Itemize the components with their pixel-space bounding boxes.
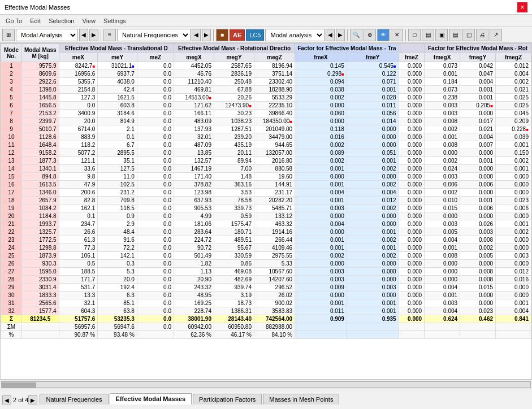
cell-mez: 0.0 — [137, 94, 174, 102]
cell-fmex: 0.002 — [295, 252, 347, 260]
sum-m-row: ΣM 56957.6 56947.6 0.0 60942.00 60950.80… — [1, 323, 531, 331]
table-row: 3 2922.6 5355.7 4038.0 0.0 11210.40 250.… — [1, 78, 531, 86]
cell-mex: 61.3 — [59, 236, 98, 244]
modal-analysis-dropdown[interactable]: Modal analysis — [265, 29, 325, 41]
cell-mass: 1084.2 — [21, 204, 59, 212]
stop-icon[interactable]: ■ — [216, 29, 228, 41]
cell-fmez: 0.000 — [399, 307, 424, 315]
cell-fmegz: 0.001 — [496, 165, 531, 173]
menu-goto[interactable]: Go To — [2, 16, 25, 25]
cell-fmegx: 0.003 — [425, 299, 460, 307]
ae-button[interactable]: AE — [230, 29, 245, 41]
tab-natural-freq[interactable]: Natural Frequencies — [40, 394, 108, 404]
nf-next[interactable]: ▶ — [202, 29, 211, 41]
ma-next[interactable]: ▶ — [336, 29, 345, 41]
tab-masses-mesh[interactable]: Masses in Mesh Points — [263, 394, 339, 404]
cell-mex: 77.3 — [59, 244, 98, 252]
cell-fmez: 0.000 — [399, 260, 424, 268]
cell-mode: 24 — [1, 244, 22, 252]
cell-mode: 13 — [1, 157, 22, 165]
lc5-button[interactable]: LC5 — [246, 29, 264, 41]
filter-icon[interactable]: ⊕ — [364, 29, 376, 41]
cell-fmegx: 0.073 — [425, 86, 460, 94]
close-button[interactable]: × — [517, 2, 527, 12]
cell-mass: 1873.9 — [21, 252, 59, 260]
table-row: 5 1445.8 127.3 1621.5 0.0 14513.00■ 20.2… — [1, 94, 531, 102]
cell-fmegz: 0.000 — [496, 260, 531, 268]
cell-fmez: 0.000 — [399, 149, 424, 157]
h-scroll-track[interactable] — [1, 381, 531, 388]
cell-mass: 2399.7 — [21, 118, 59, 125]
cell-mode: 12 — [1, 149, 22, 157]
cell-fmez: 0.000 — [399, 236, 424, 244]
cell-mode: 29 — [1, 284, 22, 291]
tab-participation[interactable]: Participation Factors — [193, 394, 262, 404]
next-arrow[interactable]: ▶ — [89, 29, 98, 41]
tb2[interactable]: ▤ — [422, 29, 434, 41]
x-icon[interactable]: ✕ — [391, 29, 403, 41]
window-title: Effective Modal Masses — [5, 4, 70, 11]
cell-fmegy: 0.001 — [460, 94, 496, 102]
tab-bar: ◀ 2 of 4 ▶ Natural Frequencies Effective… — [0, 389, 532, 404]
cell-megy: 30.23 — [214, 110, 254, 118]
cell-mey: 814.9 — [98, 118, 137, 125]
tb5[interactable]: ◫ — [462, 29, 475, 41]
eye-icon[interactable]: 👁 — [377, 29, 390, 41]
cell-mex: 171.7 — [59, 276, 98, 284]
cell-fmex: 0.000 — [295, 173, 347, 181]
export-icon[interactable]: ↗ — [490, 29, 502, 41]
tb1[interactable]: □ — [408, 29, 421, 41]
h-scrollbar[interactable] — [0, 380, 532, 389]
tb3[interactable]: ▣ — [435, 29, 448, 41]
prev-arrow[interactable]: ◀ — [79, 29, 88, 41]
cell-mex: 883.9 — [59, 133, 98, 141]
cell-megz: 132057.00 — [254, 149, 295, 157]
nf-prev[interactable]: ◀ — [192, 29, 201, 41]
cell-megy: 3.53 — [214, 189, 254, 197]
grid-icon[interactable]: ⊞ — [2, 29, 15, 41]
cell-fmegy: 0.002 — [460, 244, 496, 252]
header-modal-mass: Modal MassM [kg] — [21, 44, 59, 62]
cell-megz: 296.52 — [254, 284, 295, 291]
menu-selection[interactable]: Selection — [45, 16, 77, 25]
cell-mass: 1445.8 — [21, 94, 59, 102]
cell-mey: 4038.0 — [98, 78, 137, 86]
tab-effective-modal[interactable]: Effective Modal Masses — [110, 393, 192, 404]
cell-megz: 184350.00■ — [254, 118, 295, 125]
table-row: 6 1656.5 0.0 603.8 0.0 171.62 12473.90■ … — [1, 102, 531, 110]
cell-fmey: 0.056 — [347, 110, 399, 118]
cell-fmex: 0.118 — [295, 125, 347, 133]
cell-mode: 3 — [1, 78, 22, 86]
cell-fmex: 0.060 — [295, 110, 347, 118]
h-scroll-thumb[interactable] — [2, 382, 36, 388]
menu-edit[interactable]: Edit — [27, 16, 44, 25]
cell-mex: 531.7 — [59, 284, 98, 291]
cell-fmez: 0.000 — [399, 220, 424, 228]
menu-view[interactable]: View — [79, 16, 99, 25]
cell-fmegz: 0.023 — [496, 197, 531, 204]
menu-settings[interactable]: Settings — [100, 16, 129, 25]
cell-fmegx: 0.003 — [425, 102, 460, 110]
cell-megy: 78.58 — [214, 197, 254, 204]
sep4 — [405, 29, 406, 41]
cell-mass: 1877.3 — [21, 157, 59, 165]
cell-mez: 0.0 — [137, 86, 174, 94]
cell-fmegx: 0.000 — [425, 276, 460, 284]
ma-prev[interactable]: ◀ — [326, 29, 335, 41]
modal-analysis-select[interactable]: Modal Analysis — [16, 29, 78, 41]
print-icon[interactable]: 🖨 — [476, 29, 488, 41]
tab-prev[interactable]: ◀ — [2, 395, 11, 404]
table-container[interactable]: ModeNo. Modal MassM [kg] Effective Modal… — [0, 43, 532, 380]
search-icon[interactable]: 🔍 — [350, 29, 362, 41]
tb4[interactable]: ▤ — [449, 29, 461, 41]
cell-mode: 21 — [1, 220, 22, 228]
cell-fmez: 0.000 — [399, 181, 424, 189]
natural-freq-select[interactable]: Natural Frequencies — [117, 29, 191, 41]
table-row: 31 2565.6 32.1 85.1 0.0 169.25 18.73 900… — [1, 299, 531, 307]
cell-fmegy: 0.205■ — [460, 102, 496, 110]
cell-megx: 378.82 — [174, 181, 214, 189]
tab-next[interactable]: ▶ — [28, 395, 37, 404]
cell-mass: 5010.7 — [21, 125, 59, 133]
table-icon[interactable]: ≡ — [103, 29, 116, 41]
cell-megy: 3.19 — [214, 291, 254, 299]
